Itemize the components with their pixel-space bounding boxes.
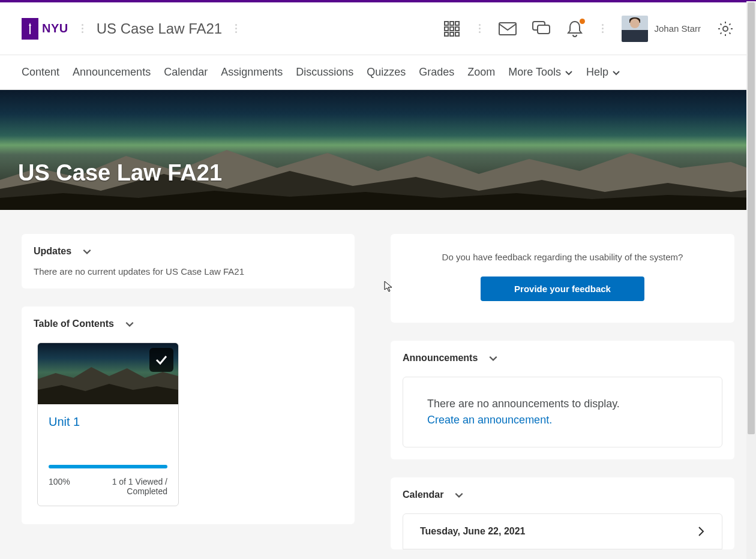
nav-discussions[interactable]: Discussions: [296, 66, 353, 79]
chevron-down-icon: [125, 319, 134, 329]
content-area: Updates There are no current updates for…: [0, 210, 756, 559]
nav-announcements[interactable]: Announcements: [73, 66, 151, 79]
header-left-group: NYU US Case Law FA21: [22, 18, 239, 40]
notification-dot-icon: [580, 19, 585, 24]
apps-grid-icon[interactable]: [443, 20, 461, 38]
svg-rect-5: [450, 27, 454, 31]
user-name-label: Johan Starr: [654, 23, 701, 34]
nyu-logo[interactable]: NYU: [22, 18, 68, 40]
header-right-group: Johan Starr: [443, 16, 734, 42]
page-title: US Case Law FA21: [18, 160, 222, 186]
unit-body: Unit 1 100% 1 of 1 Viewed / Completed: [38, 404, 178, 506]
nav-content[interactable]: Content: [22, 66, 59, 79]
nav-grades[interactable]: Grades: [419, 66, 454, 79]
nav-help-label: Help: [586, 66, 608, 79]
announcements-box: There are no announcements to display. C…: [403, 377, 722, 447]
updates-widget: Updates There are no current updates for…: [22, 234, 355, 288]
updates-heading: Updates: [34, 246, 71, 257]
unit-thumbnail: [38, 343, 178, 404]
unit-card[interactable]: Unit 1 100% 1 of 1 Viewed / Completed: [37, 342, 179, 506]
chevron-down-icon: [454, 490, 464, 500]
announcements-empty-text: There are no announcements to display.: [427, 398, 698, 410]
divider-dots: [79, 24, 86, 33]
toc-widget: Table of Contents Unit 1: [22, 306, 355, 524]
svg-rect-9: [455, 32, 459, 36]
nav-assignments[interactable]: Assignments: [221, 66, 283, 79]
avatar: [622, 16, 648, 42]
course-title-header[interactable]: US Case Law FA21: [97, 20, 222, 37]
user-menu[interactable]: Johan Starr: [622, 16, 701, 42]
svg-rect-0: [29, 26, 31, 34]
progress-percent: 100%: [49, 477, 70, 496]
chevron-right-icon: [697, 526, 705, 537]
provide-feedback-button[interactable]: Provide your feedback: [481, 277, 644, 301]
calendar-toggle[interactable]: Calendar: [403, 489, 722, 500]
mail-icon[interactable]: [499, 20, 517, 38]
feedback-widget: Do you have feedback regarding the usabi…: [391, 234, 734, 323]
svg-rect-10: [499, 23, 516, 35]
nav-calendar[interactable]: Calendar: [164, 66, 208, 79]
nav-zoom[interactable]: Zoom: [467, 66, 495, 79]
svg-rect-3: [455, 22, 459, 25]
right-column: Do you have feedback regarding the usabi…: [391, 234, 734, 549]
progress-bar: [49, 465, 167, 468]
chevron-down-icon: [488, 353, 498, 363]
svg-rect-7: [445, 32, 448, 36]
settings-gear-icon[interactable]: [716, 20, 734, 38]
toc-heading: Table of Contents: [34, 318, 114, 329]
svg-rect-8: [450, 32, 454, 36]
calendar-date-label: Tuesday, June 22, 2021: [420, 526, 526, 537]
svg-point-13: [723, 26, 728, 31]
nav-more-tools[interactable]: More Tools: [508, 66, 573, 79]
svg-rect-6: [455, 27, 459, 31]
announcements-heading: Announcements: [403, 353, 478, 363]
announcements-widget: Announcements There are no announcements…: [391, 341, 734, 459]
completed-check-icon: [149, 348, 173, 372]
nav-help[interactable]: Help: [586, 66, 620, 79]
calendar-widget: Calendar Tuesday, June 22, 2021: [391, 477, 734, 549]
scrollbar-thumb[interactable]: [748, 2, 755, 434]
chat-icon[interactable]: [532, 20, 550, 38]
calendar-heading: Calendar: [403, 489, 443, 500]
create-announcement-link[interactable]: Create an announcement.: [427, 414, 698, 426]
top-header: NYU US Case Law FA21: [0, 2, 756, 55]
progress-status: 1 of 1 Viewed / Completed: [101, 477, 167, 496]
chevron-down-icon: [82, 247, 92, 256]
updates-toggle[interactable]: Updates: [34, 246, 343, 257]
unit-title-link[interactable]: Unit 1: [49, 415, 167, 429]
left-column: Updates There are no current updates for…: [22, 234, 355, 524]
announcements-toggle[interactable]: Announcements: [403, 353, 722, 363]
svg-rect-2: [450, 22, 454, 25]
toc-toggle[interactable]: Table of Contents: [34, 318, 343, 329]
nav-quizzes[interactable]: Quizzes: [367, 66, 406, 79]
chevron-down-icon: [565, 68, 573, 77]
svg-rect-12: [538, 25, 550, 34]
feedback-prompt: Do you have feedback regarding the usabi…: [403, 252, 722, 262]
divider-dots: [599, 24, 606, 33]
course-banner: US Case Law FA21: [0, 90, 756, 210]
bell-icon[interactable]: [566, 20, 584, 38]
nyu-logo-text: NYU: [42, 22, 68, 35]
scrollbar[interactable]: [746, 1, 756, 559]
chevron-down-icon: [612, 68, 620, 77]
updates-empty-text: There are no current updates for US Case…: [34, 266, 343, 277]
calendar-date-row[interactable]: Tuesday, June 22, 2021: [403, 513, 722, 549]
progress-row: 100% 1 of 1 Viewed / Completed: [49, 477, 167, 496]
svg-rect-1: [445, 22, 448, 25]
svg-rect-4: [445, 27, 448, 31]
nav-more-tools-label: More Tools: [508, 66, 561, 79]
divider-dots: [233, 24, 239, 33]
nyu-torch-icon: [22, 18, 38, 40]
divider-dots: [476, 24, 483, 33]
course-nav: Content Announcements Calendar Assignmen…: [0, 55, 756, 90]
